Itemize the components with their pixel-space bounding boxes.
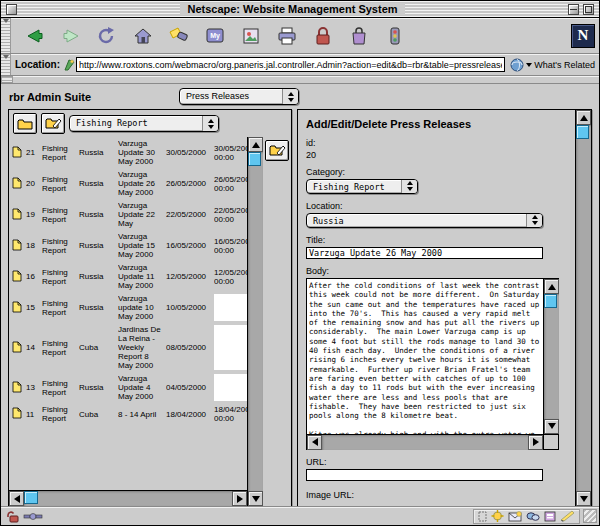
mailbox-icon[interactable] bbox=[508, 511, 522, 522]
row-id: 13 bbox=[26, 383, 40, 392]
row-document-icon bbox=[12, 177, 24, 191]
personal-toolbar-gripper[interactable] bbox=[1, 76, 13, 83]
row-title: Varzuga Update 11 May 2000 bbox=[118, 263, 164, 290]
select-arrows-icon bbox=[202, 116, 218, 131]
window-shade-button[interactable] bbox=[568, 4, 579, 15]
forward-icon[interactable] bbox=[55, 21, 87, 51]
row-category: Fishing Report bbox=[42, 405, 77, 423]
row-modified bbox=[214, 294, 247, 321]
url-label: URL: bbox=[306, 457, 567, 467]
press-release-row[interactable]: 14Fishing ReportCubaJardinas De La Reina… bbox=[9, 323, 247, 372]
component-toggle-icon[interactable] bbox=[478, 511, 487, 522]
scroll-left-button[interactable] bbox=[307, 435, 322, 450]
select-arrows-icon bbox=[526, 214, 542, 227]
stop-icon[interactable] bbox=[379, 21, 411, 51]
scrollbar-track[interactable] bbox=[248, 152, 263, 491]
url-input-field[interactable] bbox=[306, 469, 543, 481]
scroll-down-button[interactable] bbox=[576, 491, 591, 506]
row-title: Varzuga Update 4 May 2000 bbox=[118, 374, 164, 401]
scroll-down-button[interactable] bbox=[248, 491, 263, 506]
search-icon[interactable] bbox=[163, 21, 195, 51]
document-icon bbox=[12, 208, 22, 220]
table-select[interactable]: Press Releases bbox=[179, 88, 299, 105]
title-input[interactable] bbox=[306, 247, 543, 259]
edit-category-button[interactable] bbox=[41, 113, 65, 134]
scroll-up-button[interactable] bbox=[544, 279, 559, 294]
press-release-row[interactable]: 19Fishing ReportRussiaVarzuga Update 22 … bbox=[9, 199, 247, 230]
print-icon[interactable] bbox=[271, 21, 303, 51]
netscape-logo-icon[interactable]: N bbox=[571, 24, 595, 48]
row-date: 26/05/2000 bbox=[166, 179, 212, 188]
images-icon[interactable] bbox=[235, 21, 267, 51]
navigator-icon[interactable] bbox=[491, 510, 504, 522]
row-modified: 18/04/2000 00:00 bbox=[214, 405, 247, 423]
address-book-icon[interactable] bbox=[544, 511, 556, 522]
id-label: id: bbox=[306, 138, 567, 148]
back-icon[interactable] bbox=[19, 21, 51, 51]
document-icon bbox=[12, 177, 22, 189]
press-release-row[interactable]: 21Fishing ReportRussiaVarzuga Update 30 … bbox=[9, 137, 247, 168]
scrollbar-track[interactable] bbox=[576, 125, 591, 491]
toolbar-gripper[interactable] bbox=[1, 18, 11, 53]
row-document-icon bbox=[12, 208, 24, 222]
press-release-row[interactable]: 11Fishing ReportCuba8 - 14 April18/04/20… bbox=[9, 403, 247, 425]
newsgroups-icon[interactable] bbox=[526, 511, 540, 522]
press-release-row[interactable]: 20Fishing ReportRussiaVarzuga Update 26 … bbox=[9, 168, 247, 199]
scroll-left-button[interactable] bbox=[9, 491, 24, 506]
composer-icon[interactable] bbox=[560, 510, 575, 522]
row-document-icon bbox=[12, 381, 24, 395]
scroll-right-button[interactable] bbox=[528, 435, 543, 450]
category-select[interactable]: Fishing Report bbox=[306, 179, 418, 194]
scrollbar-thumb[interactable] bbox=[576, 125, 589, 139]
scrollbar-thumb[interactable] bbox=[544, 294, 557, 308]
row-date: 22/05/2000 bbox=[166, 210, 212, 219]
scrollbar-thumb[interactable] bbox=[248, 152, 261, 166]
select-arrows-icon bbox=[401, 180, 417, 193]
row-location: Cuba bbox=[79, 343, 116, 352]
scroll-down-button[interactable] bbox=[544, 419, 559, 434]
security-icon[interactable] bbox=[307, 21, 339, 51]
bookmark-icon[interactable] bbox=[63, 58, 76, 71]
press-release-list-panel: Fishing Report 21Fishing ReportRussiaVar… bbox=[8, 109, 292, 507]
press-release-list: 21Fishing ReportRussiaVarzuga Update 30 … bbox=[9, 137, 247, 490]
scrollbar-track[interactable] bbox=[544, 294, 559, 419]
window-resize-grip[interactable] bbox=[583, 509, 597, 523]
title-bar[interactable]: Netscape: Website Management System bbox=[1, 1, 599, 18]
window-zoom-button[interactable] bbox=[583, 4, 594, 15]
whats-related-button[interactable]: What's Related bbox=[510, 58, 595, 72]
new-folder-button[interactable] bbox=[13, 113, 37, 134]
shop-icon[interactable] bbox=[343, 21, 375, 51]
body-textarea[interactable]: After the cold conditions of last week t… bbox=[307, 279, 543, 434]
edit-selected-button[interactable] bbox=[265, 140, 289, 161]
reload-icon[interactable] bbox=[91, 21, 123, 51]
scroll-up-button[interactable] bbox=[248, 137, 263, 152]
scrollbar-track[interactable] bbox=[322, 435, 528, 450]
plug-icon[interactable] bbox=[23, 511, 43, 522]
home-icon[interactable] bbox=[127, 21, 159, 51]
location-select[interactable]: Russia bbox=[306, 213, 543, 228]
scroll-right-button[interactable] bbox=[232, 491, 247, 506]
row-document-icon bbox=[12, 270, 24, 284]
location-bar-gripper[interactable] bbox=[1, 54, 11, 75]
press-release-row[interactable]: 18Fishing ReportRussiaVarzuga Update 15 … bbox=[9, 230, 247, 261]
row-date: 16/05/2000 bbox=[166, 241, 212, 250]
row-location: Russia bbox=[79, 179, 116, 188]
scroll-up-button[interactable] bbox=[576, 110, 591, 125]
row-modified: 22/05/2000 00:00 bbox=[214, 201, 247, 228]
row-document-icon bbox=[12, 407, 24, 421]
my-netscape-icon[interactable]: My bbox=[199, 21, 231, 51]
url-input[interactable] bbox=[76, 57, 505, 72]
scrollbar-thumb[interactable] bbox=[24, 491, 38, 504]
press-release-row[interactable]: 16Fishing ReportRussiaVarzuga Update 11 … bbox=[9, 261, 247, 292]
press-release-row[interactable]: 13Fishing ReportRussiaVarzuga Update 4 M… bbox=[9, 372, 247, 403]
row-modified bbox=[214, 325, 247, 370]
category-label: Category: bbox=[306, 167, 567, 177]
scrollbar-track[interactable] bbox=[24, 491, 232, 506]
document-icon bbox=[12, 407, 22, 419]
body-textarea-frame: After the cold conditions of last week t… bbox=[306, 278, 559, 450]
security-lock-open-icon[interactable] bbox=[6, 510, 20, 523]
window-close-button[interactable] bbox=[6, 4, 17, 15]
press-release-row[interactable]: 15Fishing ReportRussiaVarzuga update 10 … bbox=[9, 292, 247, 323]
category-filter-select[interactable]: Fishing Report bbox=[69, 115, 219, 132]
list-toolbar: Fishing Report bbox=[9, 110, 291, 137]
